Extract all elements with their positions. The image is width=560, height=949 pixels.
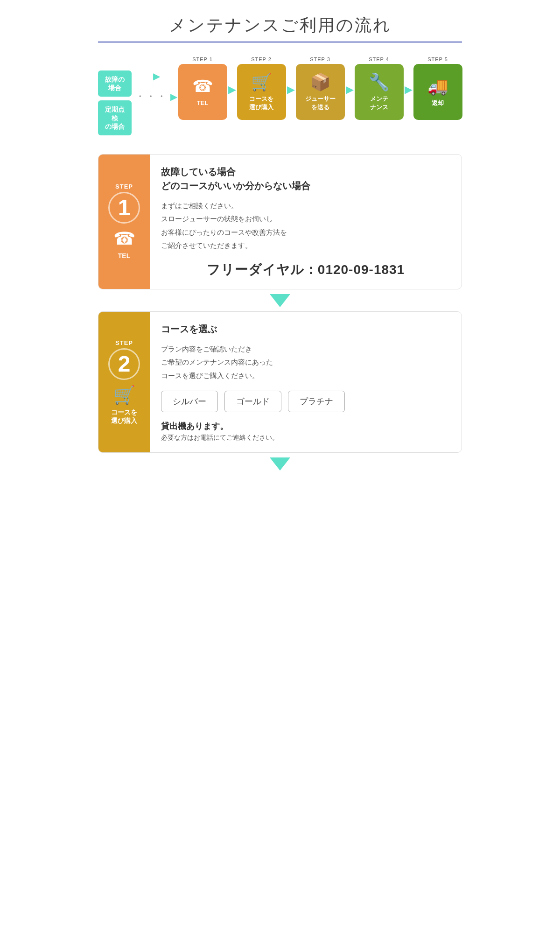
step3-icon: 📦 (310, 72, 331, 92)
card2-body: プラン内容をご確認いただき ご希望のメンテナンス内容にあった コースを選びご購入… (161, 343, 450, 383)
arrow-1-2: ▶ (227, 84, 237, 96)
loan-title: 貸出機あります。 (161, 421, 450, 432)
card2-title: コースを選ぶ (161, 322, 450, 336)
dots-arrow-group: ・・・ ▶ (135, 90, 178, 103)
dots: ・・・ (135, 90, 168, 103)
card1-content: 故障している場合どのコースがいいか分からない場合 まずはご相談ください。 スロー… (150, 155, 462, 289)
step5-text: 返却 (432, 99, 444, 107)
course-buttons: シルバー ゴールド プラチナ (161, 391, 450, 412)
flow-step-4: STEP 4 🔧 メンテナンス (355, 56, 404, 120)
down-arrow-shape-2 (270, 457, 290, 471)
step4-icon: 🔧 (369, 72, 390, 92)
card2-side-icon: 🛒 (113, 385, 135, 405)
flow-start-group: 故障の場合 定期点検の場合 (98, 70, 132, 135)
start-arrows: ▶ ・・・ ▶ (135, 70, 178, 103)
arrow-3-4: ▶ (345, 84, 355, 96)
arrow-inspection: ▶ (170, 91, 177, 102)
flow-step-2: STEP 2 🛒 コースを選び購入 (237, 56, 286, 120)
start-box-inspection: 定期点検の場合 (98, 100, 132, 135)
card2-side: STEP 2 🛒 コースを選び購入 (98, 312, 150, 453)
step3-text: ジューサーを送る (305, 95, 336, 112)
step1-icon: ☎ (192, 77, 213, 96)
step5-icon: 🚚 (427, 77, 448, 96)
flow-step-1: STEP 1 ☎ TEL (178, 56, 227, 120)
arrow-failure: ▶ (153, 70, 160, 82)
step1-label: STEP 1 (192, 56, 213, 62)
card1-step-label: STEP (115, 183, 133, 190)
card1-side-text: TEL (118, 252, 130, 260)
page-container: メンテナンスご利用の流れ 故障の場合 定期点検の場合 ▶ ・・・ ▶ STEP … (89, 0, 471, 489)
flow-step-5: STEP 5 🚚 返却 (413, 56, 462, 120)
title-divider (98, 42, 462, 42)
step1-text: TEL (197, 99, 209, 107)
detail-card-1: STEP 1 ☎ TEL 故障している場合どのコースがいいか分からない場合 まず… (98, 154, 462, 289)
down-arrow-1 (98, 294, 462, 309)
step2-label: STEP 2 (251, 56, 272, 62)
platinum-button[interactable]: プラチナ (288, 391, 345, 412)
detail-card-2: STEP 2 🛒 コースを選び購入 コースを選ぶ プラン内容をご確認いただき ご… (98, 311, 462, 453)
down-arrow-shape-1 (270, 294, 290, 307)
step3-label: STEP 3 (310, 56, 330, 62)
card1-side: STEP 1 ☎ TEL (98, 155, 150, 289)
flow-diagram: 故障の場合 定期点検の場合 ▶ ・・・ ▶ STEP 1 ☎ TEL ▶ STE… (98, 56, 462, 135)
card1-body: まずはご相談ください。 スロージューサーの状態をお伺いし お客様にぴったりのコー… (161, 199, 450, 253)
card1-phone: フリーダイヤル：0120-09-1831 (161, 261, 450, 279)
loan-body: 必要な方はお電話にてご連絡ください。 (161, 434, 450, 442)
card1-step-num: 1 (108, 192, 140, 224)
step4-text: メンテナンス (370, 95, 388, 112)
card2-step-num: 2 (108, 348, 140, 380)
card2-step-label: STEP (115, 339, 133, 346)
card2-side-text: コースを選び購入 (111, 408, 137, 425)
page-title: メンテナンスご利用の流れ (98, 14, 462, 37)
silver-button[interactable]: シルバー (161, 391, 218, 412)
arrow-4-5: ▶ (404, 84, 413, 96)
down-arrow-2 (98, 457, 462, 472)
step2-text: コースを選び購入 (249, 95, 273, 112)
step5-label: STEP 5 (427, 56, 448, 62)
step1-box: ☎ TEL (178, 64, 227, 120)
card2-content: コースを選ぶ プラン内容をご確認いただき ご希望のメンテナンス内容にあった コー… (150, 312, 462, 453)
arrow-2-3: ▶ (286, 84, 296, 96)
card1-side-icon: ☎ (113, 228, 135, 249)
step2-icon: 🛒 (251, 72, 272, 92)
step5-box: 🚚 返却 (413, 64, 462, 120)
flow-step-3: STEP 3 📦 ジューサーを送る (296, 56, 345, 120)
step4-label: STEP 4 (369, 56, 389, 62)
gold-button[interactable]: ゴールド (224, 391, 281, 412)
step3-box: 📦 ジューサーを送る (296, 64, 345, 120)
start-box-failure: 故障の場合 (98, 70, 132, 97)
step4-box: 🔧 メンテナンス (355, 64, 404, 120)
card1-title: 故障している場合どのコースがいいか分からない場合 (161, 165, 450, 193)
step2-box: 🛒 コースを選び購入 (237, 64, 286, 120)
